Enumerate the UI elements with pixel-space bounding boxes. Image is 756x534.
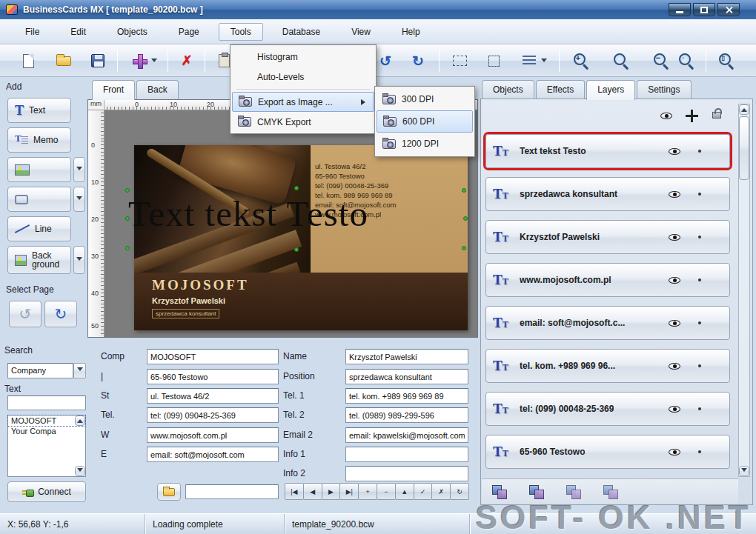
undo-button[interactable]: ↺ bbox=[375, 50, 396, 71]
tel1-input[interactable] bbox=[345, 388, 468, 404]
selection-handle[interactable] bbox=[462, 188, 466, 193]
transform-button[interactable] bbox=[483, 50, 504, 71]
selection-handle[interactable] bbox=[125, 216, 130, 221]
layer-row-email[interactable]: email: soft@mojosoft.c... bbox=[485, 306, 730, 340]
search-field-selector[interactable]: Company bbox=[7, 363, 73, 378]
tel2-input[interactable] bbox=[345, 407, 468, 423]
selection-handle[interactable] bbox=[463, 216, 468, 221]
layer-visibility-icon[interactable] bbox=[669, 449, 680, 455]
selection-handle[interactable] bbox=[462, 246, 466, 250]
nav-post-button[interactable]: ✓ bbox=[414, 483, 433, 500]
tab-layers[interactable]: Layers bbox=[586, 80, 635, 100]
selection-handle[interactable] bbox=[294, 186, 299, 190]
add-line-button[interactable]: Line bbox=[7, 216, 71, 241]
page-redo-button[interactable]: ↻ bbox=[44, 301, 77, 327]
arrange-button[interactable] bbox=[519, 50, 540, 71]
tab-back[interactable]: Back bbox=[136, 80, 179, 99]
scroll-down-button[interactable] bbox=[739, 466, 749, 476]
close-button[interactable] bbox=[717, 3, 740, 16]
ungroup-icon[interactable] bbox=[529, 485, 544, 498]
email-input[interactable] bbox=[147, 447, 279, 462]
add-background-dropdown[interactable] bbox=[73, 246, 85, 274]
tab-objects[interactable]: Objects bbox=[482, 80, 534, 99]
company-input[interactable] bbox=[147, 349, 279, 364]
lock-icon[interactable] bbox=[712, 112, 721, 119]
select-area-button[interactable] bbox=[449, 50, 470, 71]
group-icon[interactable] bbox=[492, 485, 507, 498]
tab-effects[interactable]: Effects bbox=[536, 80, 585, 99]
selection-handle[interactable] bbox=[125, 188, 130, 193]
nav-last-button[interactable]: ▶| bbox=[339, 483, 359, 500]
add-object-button[interactable] bbox=[129, 50, 150, 71]
bring-forward-icon[interactable] bbox=[566, 485, 581, 498]
zoom-in-button[interactable] bbox=[571, 50, 591, 71]
scroll-up-button[interactable] bbox=[739, 104, 749, 115]
search-results-list[interactable]: MOJOSOFT Your Compa bbox=[7, 415, 86, 477]
list-scroll-down[interactable] bbox=[75, 466, 85, 476]
search-result-item[interactable]: MOJOSOFT bbox=[8, 415, 85, 426]
visibility-all-icon[interactable] bbox=[660, 113, 672, 119]
name-input[interactable] bbox=[345, 349, 468, 364]
search-field-dropdown[interactable] bbox=[73, 363, 86, 378]
move-icon[interactable] bbox=[686, 110, 698, 122]
minimize-button[interactable] bbox=[669, 3, 691, 16]
menu-page[interactable]: Page bbox=[167, 23, 211, 41]
layer-visibility-icon[interactable] bbox=[669, 234, 680, 241]
zoom-page-button[interactable] bbox=[716, 50, 737, 71]
business-card[interactable]: ul. Testowa 46/2 65-960 Testowo tel: (09… bbox=[134, 145, 468, 330]
add-background-button[interactable]: Back ground bbox=[7, 246, 71, 274]
new-document-button[interactable] bbox=[18, 50, 39, 71]
add-memo-button[interactable]: Memo bbox=[7, 127, 71, 153]
nav-insert-button[interactable]: + bbox=[358, 483, 377, 500]
menu-objects[interactable]: Objects bbox=[105, 23, 159, 41]
redo-button[interactable]: ↻ bbox=[408, 50, 428, 71]
tab-front[interactable]: Front bbox=[92, 80, 135, 100]
layer-row-city[interactable]: 65-960 Testowo bbox=[485, 435, 730, 469]
layer-row-tel[interactable]: tel: (099) 00048-25-369 bbox=[485, 392, 730, 426]
send-backward-icon[interactable] bbox=[603, 485, 618, 498]
nav-first-button[interactable]: |◀ bbox=[285, 483, 304, 500]
extra-input[interactable] bbox=[185, 484, 279, 499]
info1-input[interactable] bbox=[345, 447, 468, 462]
tab-settings[interactable]: Settings bbox=[637, 80, 691, 99]
list-scroll-up[interactable] bbox=[75, 415, 85, 426]
menu-item-auto-levels[interactable]: Auto-Levels bbox=[232, 67, 374, 87]
connect-button[interactable]: Connect bbox=[7, 481, 86, 502]
add-image-button[interactable] bbox=[7, 157, 71, 182]
layer-row-tel-kom[interactable]: tel. kom. +989 969 96... bbox=[485, 349, 730, 383]
layer-visibility-icon[interactable] bbox=[669, 320, 680, 327]
scroll-thumb[interactable] bbox=[739, 116, 749, 180]
add-shape-button[interactable] bbox=[7, 187, 71, 212]
menu-item-1200-dpi[interactable]: 1200 DPI bbox=[377, 133, 473, 155]
layer-visibility-icon[interactable] bbox=[669, 406, 680, 413]
nav-next-button[interactable]: ▶ bbox=[322, 483, 341, 500]
layer-visibility-icon[interactable] bbox=[669, 191, 680, 198]
browse-folder-button[interactable] bbox=[157, 483, 181, 501]
menu-database[interactable]: Database bbox=[271, 23, 332, 41]
search-text-input[interactable] bbox=[7, 396, 86, 410]
menu-help[interactable]: Help bbox=[390, 23, 432, 41]
menu-edit[interactable]: Edit bbox=[59, 23, 98, 41]
selected-text-object[interactable]: Text tekst Testo bbox=[128, 193, 474, 235]
selection-handle[interactable] bbox=[294, 247, 299, 252]
zoom-fit-button[interactable] bbox=[676, 50, 697, 71]
nav-prior-button[interactable]: ◀ bbox=[303, 483, 322, 500]
layer-row-www[interactable]: www.mojosoft.com.pl bbox=[485, 263, 730, 297]
search-result-item[interactable]: Your Compa bbox=[8, 426, 85, 436]
nav-delete-button[interactable]: − bbox=[377, 483, 396, 500]
tel-input[interactable] bbox=[147, 407, 279, 423]
layer-visibility-icon[interactable] bbox=[669, 277, 680, 284]
nav-edit-button[interactable]: ▲ bbox=[395, 483, 414, 500]
page-undo-button[interactable]: ↺ bbox=[9, 301, 42, 327]
street-input[interactable] bbox=[147, 388, 279, 404]
layers-scrollbar[interactable] bbox=[738, 104, 750, 477]
add-text-button[interactable]: Text bbox=[7, 98, 71, 123]
email2-input[interactable] bbox=[345, 427, 468, 443]
www-input[interactable] bbox=[147, 427, 279, 443]
selection-handle[interactable] bbox=[125, 246, 130, 250]
zoom-out-button[interactable] bbox=[651, 50, 672, 71]
add-object-dropdown-arrow[interactable] bbox=[151, 59, 157, 65]
layer-row-krzysztof[interactable]: Krzysztof Pawelski bbox=[485, 220, 730, 254]
menu-file[interactable]: File bbox=[13, 23, 51, 41]
menu-item-600-dpi[interactable]: 600 DPI bbox=[377, 110, 473, 133]
